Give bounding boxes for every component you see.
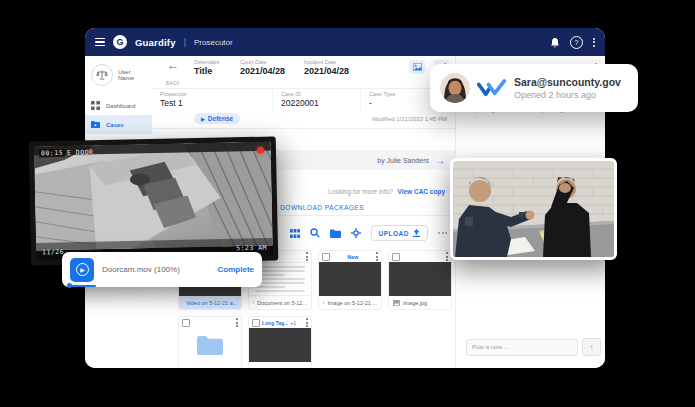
folder-icon [197, 335, 223, 355]
file-checkbox[interactable] [392, 253, 400, 261]
guardify-logo-icon: G [113, 35, 127, 49]
defense-button[interactable]: ▶ Defense [194, 113, 240, 124]
file-name-row[interactable] [249, 362, 311, 368]
new-badge: New [347, 254, 358, 260]
product-name: Prosecutor [194, 38, 233, 47]
prosecutor-label: Prosecutor [160, 91, 272, 97]
post-note-input[interactable] [466, 339, 578, 356]
file-name-row[interactable]: Image on 5-12-21 ... [319, 296, 381, 309]
collage-stage: G Guardify | Prosecutor ? User Name [0, 0, 695, 407]
view-cac-copy-link[interactable]: View CAC copy [397, 188, 445, 195]
cases-folder-icon [91, 120, 100, 129]
image-file-icon [393, 300, 400, 306]
back-button[interactable]: ← BACK [160, 59, 186, 89]
brand-name: Guardify [135, 37, 176, 48]
video-time: 5:23 AM [236, 244, 267, 253]
download-toast: ▶ Doorcam.mov (100%) Complete [62, 252, 262, 287]
sidebar-item-cases[interactable]: Cases [85, 115, 152, 134]
download-filename: Doorcam.mov (100%) [102, 265, 208, 274]
defendant-value: Title [194, 66, 219, 76]
file-menu-icon[interactable] [236, 318, 238, 327]
upload-button[interactable]: UPLOAD [371, 225, 428, 241]
overflow-menu-icon[interactable] [593, 38, 595, 47]
case-details-row: Prosecutor Test 1 Case ID 20220001 Case … [152, 88, 455, 112]
file-name-row[interactable]: Image.jpg [389, 296, 451, 309]
camera-label: E DOOR [67, 148, 94, 157]
send-note-icon[interactable]: ↑ [582, 338, 601, 356]
settings-gear-icon[interactable] [351, 228, 361, 238]
scales-of-justice-icon [91, 64, 113, 86]
court-date-label: Court Date [240, 59, 285, 65]
case-header-row: ← BACK Defendant Title Court Date 2021/0… [152, 56, 455, 89]
forward-arrow-icon[interactable]: → [435, 155, 445, 166]
file-menu-icon[interactable] [376, 252, 378, 261]
upload-icon [413, 229, 420, 237]
user-name-label: User Name [118, 69, 147, 81]
file-card-image[interactable]: Image.jpg [388, 250, 452, 310]
help-icon[interactable]: ? [570, 36, 583, 49]
file-menu-icon[interactable] [306, 252, 308, 261]
file-name-row[interactable]: Document on 5-12... [249, 296, 311, 309]
video-thumbnail[interactable] [249, 328, 311, 362]
file-checkbox[interactable] [322, 253, 330, 261]
incident-date-value: 2021/04/28 [304, 66, 349, 76]
image-file-icon [323, 300, 324, 306]
hamburger-menu-icon[interactable] [95, 38, 105, 47]
read-receipt-notification[interactable]: Sara@suncounty.gov Opened 2 hours ago [430, 64, 638, 112]
case-id-label: Case ID [281, 91, 360, 97]
sidebar-item-label: Dashboard [106, 103, 135, 109]
info-prefix: Looking for more info? [328, 188, 393, 195]
interview-scene [453, 161, 614, 257]
note-compose-row: ↑ [466, 338, 601, 356]
download-complete-link[interactable]: Complete [218, 265, 254, 274]
recording-indicator-icon [257, 147, 264, 154]
tag-chip[interactable]: Long Tag... [262, 320, 288, 326]
folder-icon[interactable] [330, 229, 341, 238]
tab-my-download-packages[interactable]: MY DOWNLOAD PACKAGES [267, 204, 364, 215]
app-header: G Guardify | Prosecutor ? [85, 28, 605, 56]
tag-more-chip[interactable]: +1 [290, 320, 296, 326]
interview-room-photo [450, 158, 617, 260]
file-name: Document on 5-12... [257, 300, 307, 306]
file-card-image-new[interactable]: New Image on 5-12-21 ... [318, 250, 382, 310]
play-icon: ▶ [76, 263, 89, 276]
dashboard-icon [91, 101, 100, 110]
file-card-folder[interactable] [178, 316, 242, 368]
cctv-video-player[interactable]: 00:15 E DOOR 11/26 5:23 AM [29, 136, 279, 265]
grid-view-icon[interactable] [290, 229, 300, 238]
image-icon [413, 63, 422, 71]
notification-status: Opened 2 hours ago [514, 90, 621, 100]
more-options-icon[interactable] [438, 232, 447, 234]
sidebar-item-label: Cases [106, 122, 124, 128]
file-checkbox[interactable] [182, 319, 190, 327]
defendant-label: Defendant [194, 59, 219, 65]
file-checkbox[interactable] [252, 319, 260, 327]
image-thumbnail[interactable] [389, 262, 451, 296]
file-menu-icon[interactable] [446, 252, 448, 261]
video-counter: 00:15 [39, 149, 65, 158]
file-menu-icon[interactable] [306, 318, 308, 327]
video-play-button[interactable]: ▶ [70, 258, 94, 282]
brand-divider: | [184, 37, 186, 47]
image-thumbnail[interactable] [319, 262, 381, 296]
incident-date-label: Incident Date [304, 59, 349, 65]
document-file-icon [253, 299, 254, 306]
folder-thumbnail[interactable] [179, 328, 241, 362]
modified-timestamp: Modified 1/21/2022 1:45 PM [372, 116, 447, 122]
upload-label: UPLOAD [379, 230, 409, 237]
media-button[interactable] [409, 60, 425, 74]
file-name: Image on 5-12-21 ... [327, 300, 377, 306]
file-name: Image.jpg [403, 300, 427, 306]
defense-label: Defense [208, 115, 233, 122]
video-date: 11/26 [42, 248, 64, 256]
search-icon[interactable] [310, 228, 320, 238]
file-card-tagged[interactable]: Long Tag...+1 [248, 316, 312, 368]
bell-icon[interactable] [550, 37, 560, 48]
file-name-row[interactable] [179, 362, 241, 368]
prosecutor-value: Test 1 [160, 98, 272, 108]
file-name: Video on 5-12-21 a... [186, 300, 237, 306]
double-check-logo-icon [477, 78, 507, 98]
sidebar-user[interactable]: User Name [85, 56, 152, 96]
file-name-row[interactable]: Video on 5-12-21 a... [179, 296, 241, 309]
sidebar-item-dashboard[interactable]: Dashboard [85, 96, 152, 115]
